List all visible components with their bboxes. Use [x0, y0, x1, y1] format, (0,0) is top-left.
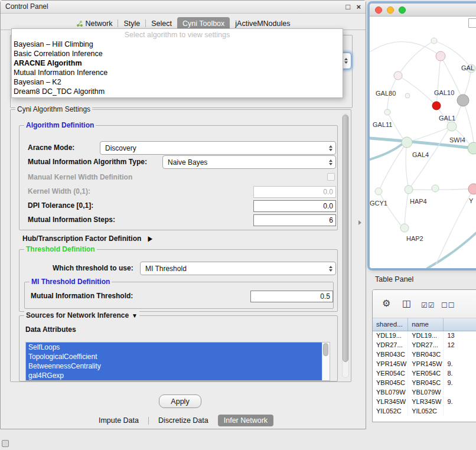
- tab-network[interactable]: Network: [71, 17, 118, 30]
- column-header[interactable]: shared...: [373, 318, 408, 331]
- attribute-item[interactable]: SelfLoops: [26, 343, 330, 352]
- network-node[interactable]: [457, 94, 469, 106]
- table-row[interactable]: YBL079WYBL079W: [373, 388, 476, 397]
- network-node[interactable]: [432, 102, 441, 110]
- dpi-tolerance-input[interactable]: [253, 200, 336, 212]
- table-cell: YDR27...: [408, 341, 444, 350]
- network-node[interactable]: [405, 93, 410, 98]
- kernel-width-label: Kernel Width (0,1):: [28, 187, 90, 195]
- dpi-tolerance-label: DPI Tolerance [0,1]:: [28, 201, 93, 210]
- gear-icon[interactable]: ⚙: [382, 298, 390, 309]
- zoom-traffic-light-icon[interactable]: [399, 6, 406, 14]
- algorithm-option[interactable]: Mutual Information Inference: [12, 68, 343, 77]
- algorithm-dropdown-list: Bayesian – Hill ClimbingBasic Correlatio…: [12, 40, 343, 96]
- combo-arrows-icon: [329, 266, 332, 272]
- mi-threshold-input[interactable]: [250, 291, 333, 302]
- mi-steps-input[interactable]: [253, 214, 336, 226]
- attribute-item[interactable]: gal4RGexp: [26, 371, 330, 380]
- attribute-item[interactable]: BetweennessCentrality: [26, 361, 330, 371]
- scrollbar-thumb[interactable]: [323, 343, 328, 356]
- close-traffic-light-icon[interactable]: [375, 6, 382, 14]
- mi-threshold-label: Mutual Information Threshold:: [31, 292, 133, 300]
- network-scrollbar-corner: [468, 18, 476, 28]
- table-cell: YER054C: [408, 369, 444, 379]
- table-cell: [444, 388, 476, 397]
- tab-select[interactable]: Select: [146, 17, 177, 30]
- network-canvas[interactable]: GAL80GAL10GAL11GAL1SWI4GAL4GCY1HAP4HAP2G…: [370, 17, 476, 268]
- select-all-checkboxes-icon[interactable]: ☑☑: [421, 300, 435, 311]
- network-canvas-svg: GAL80GAL10GAL11GAL1SWI4GAL4GCY1HAP4HAP2G…: [370, 17, 476, 268]
- table-cell: YBR045C: [408, 379, 444, 388]
- attribute-item[interactable]: TopologicalCoefficient: [26, 352, 330, 361]
- table-row[interactable]: YDL19...YDL19...13: [373, 331, 476, 341]
- network-window-titlebar: [370, 4, 476, 17]
- kernel-width-input: [253, 186, 336, 198]
- tab-infer-network[interactable]: Infer Network: [218, 415, 273, 426]
- table-row[interactable]: YPR145WYPR145W9.: [373, 360, 476, 369]
- apply-button[interactable]: Apply: [159, 394, 201, 408]
- network-node[interactable]: [468, 184, 476, 194]
- combo-value: Naive Bayes: [168, 158, 207, 167]
- column-header[interactable]: [444, 318, 476, 331]
- deselect-all-checkboxes-icon[interactable]: ☐☐: [441, 300, 455, 311]
- network-node[interactable]: [384, 109, 390, 115]
- tab-style[interactable]: Style: [118, 17, 145, 30]
- tab-jactivemnodules[interactable]: jActiveMNodules: [230, 17, 295, 30]
- network-node[interactable]: [447, 122, 457, 131]
- network-edge: [405, 190, 409, 228]
- algorithm-option[interactable]: Bayesian – Hill Climbing: [12, 40, 343, 49]
- table-row[interactable]: YBR043CYBR043C: [373, 350, 476, 360]
- table-row[interactable]: YLR345WYLR345W9.: [373, 397, 476, 407]
- aracne-mode-combobox[interactable]: Discovery: [100, 141, 336, 155]
- cyni-algorithm-settings-group: Cyni Algorithm Settings Algorithm Defini…: [10, 109, 351, 382]
- tab-label: jActiveMNodules: [235, 19, 290, 28]
- table-cell: YDL19...: [373, 331, 408, 341]
- table-cell: 8.: [444, 369, 476, 379]
- hub-definition-expander[interactable]: Hub/Transcription Factor Definition ▶: [22, 233, 152, 243]
- columns-icon[interactable]: ◫: [402, 298, 411, 309]
- collapsed-panel-icon[interactable]: [2, 440, 9, 447]
- combo-arrows-icon: [329, 159, 332, 165]
- network-node[interactable]: [394, 71, 402, 80]
- table-row[interactable]: YER054CYER054C8.: [373, 369, 476, 379]
- network-node-label: Y: [469, 197, 474, 204]
- table-cell: YER054C: [373, 369, 408, 379]
- network-node[interactable]: [431, 38, 437, 44]
- threshold-definition-group: Threshold Definition Which threshold to …: [19, 249, 338, 312]
- table-row[interactable]: YIL052CYIL052C: [373, 407, 476, 416]
- minimize-traffic-light-icon[interactable]: [387, 6, 394, 14]
- table-row[interactable]: YDR27...YDR27...12: [373, 341, 476, 350]
- tab-discretize-data[interactable]: Discretize Data: [152, 415, 214, 426]
- network-node[interactable]: [400, 224, 409, 232]
- network-node[interactable]: [375, 188, 382, 195]
- table-cell: 9.: [444, 360, 476, 369]
- algorithm-option[interactable]: Basic Correlation Inference: [12, 49, 343, 58]
- table-panel-title: Table Panel: [375, 275, 413, 283]
- table-cell: YIL052C: [373, 407, 408, 416]
- network-node[interactable]: [432, 185, 439, 192]
- data-attributes-list[interactable]: SelfLoopsTopologicalCoefficientBetweenne…: [25, 342, 330, 381]
- collapse-arrow-icon[interactable]: ▼: [132, 312, 138, 319]
- algorithm-option[interactable]: Bayesian – K2: [12, 77, 343, 87]
- algorithm-option[interactable]: ARACNE Algorithm: [12, 58, 343, 68]
- network-node[interactable]: [436, 51, 445, 61]
- settings-scrollbar[interactable]: [342, 113, 349, 378]
- close-window-icon[interactable]: ×: [356, 2, 361, 12]
- restore-window-icon[interactable]: □: [345, 2, 350, 12]
- which-threshold-combobox[interactable]: MI Threshold: [140, 262, 336, 275]
- network-node[interactable]: [402, 137, 412, 148]
- scrollbar-thumb[interactable]: [343, 115, 348, 362]
- table-cell: YBL079W: [373, 388, 408, 397]
- network-node[interactable]: [405, 185, 413, 194]
- network-icon: [76, 20, 83, 27]
- table-row[interactable]: YBR045CYBR045C9.: [373, 379, 476, 388]
- sources-group: Sources for Network Inference▼ Data Attr…: [19, 315, 338, 381]
- column-header[interactable]: name: [408, 318, 444, 331]
- splitter-handle-icon[interactable]: [358, 220, 361, 225]
- network-node-label: GAL1: [439, 115, 455, 122]
- tab-impute-data[interactable]: Impute Data: [93, 415, 145, 426]
- list-scrollbar[interactable]: [322, 343, 330, 380]
- mi-type-combobox[interactable]: Naive Bayes: [162, 155, 336, 169]
- tab-cyni-toolbox[interactable]: Cyni Toolbox: [177, 17, 230, 30]
- algorithm-option[interactable]: Dream8 DC_TDC Algorithm: [12, 87, 343, 96]
